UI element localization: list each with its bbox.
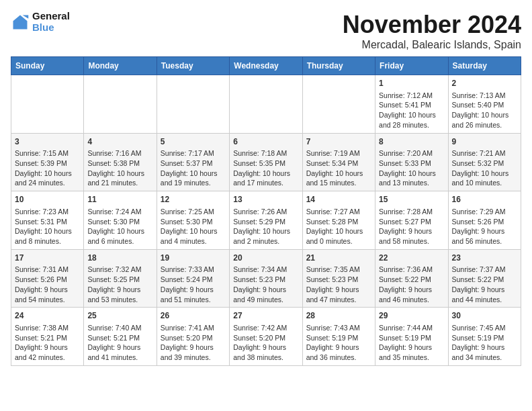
calendar-cell: 8Sunrise: 7:20 AMSunset: 5:33 PMDaylight… bbox=[375, 133, 448, 191]
sunset-text: Sunset: 5:21 PM bbox=[15, 333, 80, 343]
daylight-text: Daylight: 9 hours and 49 minutes. bbox=[233, 285, 298, 304]
daylight-text: Daylight: 10 hours and 24 minutes. bbox=[15, 169, 80, 188]
week-row-1: 1Sunrise: 7:12 AMSunset: 5:41 PMDaylight… bbox=[11, 75, 521, 134]
daylight-text: Daylight: 10 hours and 17 minutes. bbox=[233, 169, 298, 188]
daylight-text: Daylight: 10 hours and 10 minutes. bbox=[452, 169, 517, 188]
daylight-text: Daylight: 10 hours and 2 minutes. bbox=[233, 226, 298, 246]
week-row-3: 10Sunrise: 7:23 AMSunset: 5:31 PMDayligh… bbox=[11, 191, 521, 250]
daylight-text: Daylight: 10 hours and 21 minutes. bbox=[87, 169, 152, 188]
header-day-thursday: Thursday bbox=[302, 57, 375, 75]
sunrise-text: Sunrise: 7:32 AM bbox=[87, 265, 152, 275]
day-number: 8 bbox=[379, 136, 444, 148]
sunrise-text: Sunrise: 7:28 AM bbox=[379, 207, 444, 217]
day-number: 21 bbox=[306, 253, 371, 264]
sunset-text: Sunset: 5:40 PM bbox=[452, 100, 517, 110]
calendar-cell: 10Sunrise: 7:23 AMSunset: 5:31 PMDayligh… bbox=[11, 191, 84, 250]
sunset-text: Sunset: 5:28 PM bbox=[306, 217, 371, 227]
calendar-cell: 25Sunrise: 7:40 AMSunset: 5:21 PMDayligh… bbox=[84, 308, 157, 366]
daylight-text: Daylight: 10 hours and 6 minutes. bbox=[87, 226, 152, 246]
sunset-text: Sunset: 5:25 PM bbox=[87, 275, 152, 285]
day-number: 11 bbox=[87, 194, 152, 205]
daylight-text: Daylight: 10 hours and 4 minutes. bbox=[161, 226, 226, 246]
calendar-header-row: SundayMondayTuesdayWednesdayThursdayFrid… bbox=[11, 57, 521, 75]
sunset-text: Sunset: 5:19 PM bbox=[379, 333, 444, 343]
sunset-text: Sunset: 5:23 PM bbox=[306, 275, 371, 285]
calendar-cell: 4Sunrise: 7:16 AMSunset: 5:38 PMDaylight… bbox=[84, 133, 157, 191]
calendar-cell: 6Sunrise: 7:18 AMSunset: 5:35 PMDaylight… bbox=[230, 133, 302, 191]
daylight-text: Daylight: 9 hours and 54 minutes. bbox=[15, 285, 80, 304]
day-number: 28 bbox=[306, 310, 371, 322]
sunrise-text: Sunrise: 7:33 AM bbox=[161, 265, 226, 275]
calendar-cell: 3Sunrise: 7:15 AMSunset: 5:39 PMDaylight… bbox=[11, 133, 84, 191]
calendar-cell: 21Sunrise: 7:35 AMSunset: 5:23 PMDayligh… bbox=[302, 249, 375, 308]
sunset-text: Sunset: 5:38 PM bbox=[87, 158, 152, 169]
daylight-text: Daylight: 9 hours and 36 minutes. bbox=[306, 342, 371, 362]
sunset-text: Sunset: 5:22 PM bbox=[452, 275, 517, 285]
day-number: 14 bbox=[306, 194, 371, 205]
day-number: 18 bbox=[87, 253, 152, 264]
sunrise-text: Sunrise: 7:36 AM bbox=[379, 265, 444, 275]
sunset-text: Sunset: 5:39 PM bbox=[15, 158, 80, 169]
calendar-cell: 15Sunrise: 7:28 AMSunset: 5:27 PMDayligh… bbox=[375, 191, 448, 250]
calendar-cell: 14Sunrise: 7:27 AMSunset: 5:28 PMDayligh… bbox=[302, 191, 375, 250]
sunrise-text: Sunrise: 7:21 AM bbox=[452, 148, 517, 158]
header-day-sunday: Sunday bbox=[11, 57, 84, 75]
sunset-text: Sunset: 5:20 PM bbox=[161, 333, 226, 343]
calendar-cell: 20Sunrise: 7:34 AMSunset: 5:23 PMDayligh… bbox=[230, 249, 302, 308]
sunset-text: Sunset: 5:37 PM bbox=[161, 158, 226, 169]
daylight-text: Daylight: 10 hours and 8 minutes. bbox=[15, 226, 80, 246]
sunset-text: Sunset: 5:19 PM bbox=[306, 333, 371, 343]
logo-text: General Blue bbox=[32, 11, 70, 33]
header-day-monday: Monday bbox=[84, 57, 157, 75]
sunrise-text: Sunrise: 7:42 AM bbox=[233, 323, 298, 333]
sunset-text: Sunset: 5:30 PM bbox=[87, 217, 152, 227]
week-row-4: 17Sunrise: 7:31 AMSunset: 5:26 PMDayligh… bbox=[11, 249, 521, 308]
header-day-tuesday: Tuesday bbox=[157, 57, 229, 75]
sunset-text: Sunset: 5:33 PM bbox=[379, 158, 444, 169]
sunrise-text: Sunrise: 7:26 AM bbox=[233, 207, 298, 217]
calendar-cell: 7Sunrise: 7:19 AMSunset: 5:34 PMDaylight… bbox=[302, 133, 375, 191]
sunrise-text: Sunrise: 7:23 AM bbox=[15, 207, 80, 217]
daylight-text: Daylight: 9 hours and 47 minutes. bbox=[306, 285, 371, 304]
daylight-text: Daylight: 9 hours and 44 minutes. bbox=[452, 285, 517, 304]
sunset-text: Sunset: 5:27 PM bbox=[379, 217, 444, 227]
day-number: 7 bbox=[306, 136, 371, 148]
daylight-text: Daylight: 10 hours and 19 minutes. bbox=[161, 169, 226, 188]
calendar-cell: 16Sunrise: 7:29 AMSunset: 5:26 PMDayligh… bbox=[448, 191, 521, 250]
sunrise-text: Sunrise: 7:18 AM bbox=[233, 148, 298, 158]
calendar-cell: 17Sunrise: 7:31 AMSunset: 5:26 PMDayligh… bbox=[11, 249, 84, 308]
sunset-text: Sunset: 5:19 PM bbox=[452, 333, 517, 343]
calendar-cell: 24Sunrise: 7:38 AMSunset: 5:21 PMDayligh… bbox=[11, 308, 84, 366]
sunrise-text: Sunrise: 7:25 AM bbox=[161, 207, 226, 217]
daylight-text: Daylight: 10 hours and 28 minutes. bbox=[379, 110, 444, 130]
calendar-cell: 23Sunrise: 7:37 AMSunset: 5:22 PMDayligh… bbox=[448, 249, 521, 308]
calendar-cell bbox=[157, 75, 229, 134]
sunrise-text: Sunrise: 7:29 AM bbox=[452, 207, 517, 217]
calendar-cell: 28Sunrise: 7:43 AMSunset: 5:19 PMDayligh… bbox=[302, 308, 375, 366]
daylight-text: Daylight: 10 hours and 13 minutes. bbox=[379, 169, 444, 188]
sunrise-text: Sunrise: 7:31 AM bbox=[15, 265, 80, 275]
sunrise-text: Sunrise: 7:20 AM bbox=[379, 148, 444, 158]
calendar-cell bbox=[11, 75, 84, 134]
sunrise-text: Sunrise: 7:19 AM bbox=[306, 148, 371, 158]
daylight-text: Daylight: 9 hours and 38 minutes. bbox=[233, 342, 298, 362]
daylight-text: Daylight: 10 hours and 26 minutes. bbox=[452, 110, 517, 130]
calendar-cell bbox=[84, 75, 157, 134]
sunrise-text: Sunrise: 7:40 AM bbox=[87, 323, 152, 333]
svg-marker-0 bbox=[13, 15, 28, 29]
calendar-cell bbox=[302, 75, 375, 134]
day-number: 9 bbox=[452, 136, 517, 148]
calendar-cell: 26Sunrise: 7:41 AMSunset: 5:20 PMDayligh… bbox=[157, 308, 229, 366]
daylight-text: Daylight: 10 hours and 15 minutes. bbox=[306, 169, 371, 188]
sunset-text: Sunset: 5:30 PM bbox=[161, 217, 226, 227]
calendar-cell: 2Sunrise: 7:13 AMSunset: 5:40 PMDaylight… bbox=[448, 75, 521, 134]
calendar-cell: 29Sunrise: 7:44 AMSunset: 5:19 PMDayligh… bbox=[375, 308, 448, 366]
sunrise-text: Sunrise: 7:24 AM bbox=[87, 207, 152, 217]
calendar-cell: 19Sunrise: 7:33 AMSunset: 5:24 PMDayligh… bbox=[157, 249, 229, 308]
day-number: 22 bbox=[379, 253, 444, 264]
day-number: 19 bbox=[161, 253, 226, 264]
day-number: 3 bbox=[15, 136, 80, 148]
header-day-friday: Friday bbox=[375, 57, 448, 75]
calendar-cell: 22Sunrise: 7:36 AMSunset: 5:22 PMDayligh… bbox=[375, 249, 448, 308]
sunrise-text: Sunrise: 7:35 AM bbox=[306, 265, 371, 275]
